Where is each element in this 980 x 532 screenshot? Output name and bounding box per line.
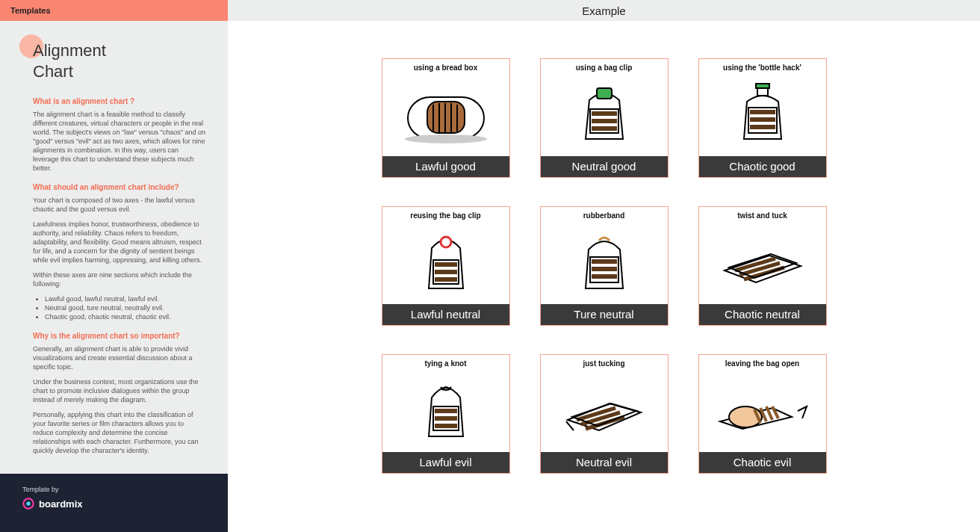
cell-label: Chaotic good	[699, 156, 826, 177]
section-paragraph: Personally, applying this chart into the…	[33, 410, 205, 455]
cell-label: Chaotic neutral	[699, 304, 826, 325]
svg-rect-10	[597, 88, 612, 99]
cell-label: Neutral evil	[541, 452, 668, 473]
sidebar-footer: Template by boardmix	[0, 474, 228, 532]
cell-label: Ture neutral	[541, 304, 668, 325]
main-header: Example	[228, 0, 980, 21]
section-paragraph: Lawfulness implies honor, trustworthines…	[33, 220, 205, 265]
cell-lawful-evil: tying a knot Lawful evil	[382, 354, 510, 474]
cell-caption: rubberband	[541, 207, 668, 221]
section-paragraph: Under the business context, most organiz…	[33, 377, 205, 404]
boardmix-logo-icon	[22, 498, 34, 510]
cell-caption: just tucking	[541, 355, 668, 369]
cell-label: Lawful neutral	[382, 304, 509, 325]
page-title: Alignment Chart	[33, 40, 205, 82]
cell-chaotic-neutral: twist and tuck Chaotic ne	[698, 206, 827, 326]
section-include: What should an alignment chart include? …	[33, 183, 205, 321]
svg-point-3	[405, 134, 487, 143]
section-why: Why is the alignment chart so important?…	[33, 332, 205, 455]
section-heading: What should an alignment chart include?	[33, 183, 205, 191]
canvas: using a bread box	[228, 21, 980, 532]
title-line-1: Alignment	[33, 41, 106, 60]
cell-lawful-good: using a bread box	[382, 58, 510, 178]
bag-clip-icon	[541, 73, 668, 156]
cell-caption: tying a knot	[382, 355, 509, 369]
title-line-2: Chart	[33, 62, 73, 81]
cell-label: Lawful evil	[382, 452, 509, 473]
brand[interactable]: boardmix	[22, 498, 228, 510]
page: Templates Alignment Chart What is an ali…	[0, 0, 980, 532]
cell-chaotic-good: using the 'bottle hack' Chaotic good	[698, 58, 827, 178]
cell-label: Neutral good	[541, 156, 668, 177]
main-header-title: Example	[582, 4, 625, 17]
cell-chaotic-evil: leaving the bag open	[698, 354, 827, 474]
main: Example using a bread box	[228, 0, 980, 532]
twist-tuck-icon	[699, 221, 826, 304]
cell-neutral-evil: just tucking	[540, 354, 669, 474]
knot-icon	[382, 369, 509, 452]
bottle-hack-icon	[699, 73, 826, 156]
cell-true-neutral: rubberband Ture neutral	[540, 206, 669, 326]
list-item: Lawful good, lawful neutral, lawful evil…	[45, 294, 205, 303]
footer-label: Template by	[22, 486, 228, 493]
bread-box-icon	[382, 73, 509, 156]
rubberband-icon	[541, 221, 668, 304]
templates-tab[interactable]: Templates	[0, 0, 228, 21]
bag-open-icon	[699, 369, 826, 452]
section-heading: What is an alignment chart ?	[33, 97, 205, 105]
cell-lawful-neutral: reusing the bag clip Lawful neutral	[382, 206, 510, 326]
alignment-grid: using a bread box	[382, 58, 827, 532]
section-what-is: What is an alignment chart ? The alignme…	[33, 97, 205, 173]
section-heading: Why is the alignment chart so important?	[33, 332, 205, 340]
cell-caption: using a bag clip	[541, 59, 668, 73]
cell-caption: reusing the bag clip	[382, 207, 509, 221]
sidebar-body: Alignment Chart What is an alignment cha…	[0, 21, 228, 474]
brand-name: boardmix	[39, 498, 83, 510]
svg-point-1	[26, 501, 30, 505]
cell-caption: using the 'bottle hack'	[699, 59, 826, 73]
list-item: Chaotic good, chaotic neutral, chaotic e…	[45, 312, 205, 321]
section-paragraph: Generally, an alignment chart is able to…	[33, 344, 205, 371]
section-bullet-list: Lawful good, lawful neutral, lawful evil…	[33, 294, 205, 321]
cell-label: Chaotic evil	[699, 452, 826, 473]
svg-rect-16	[756, 84, 769, 88]
svg-point-21	[441, 237, 451, 247]
templates-tab-label: Templates	[10, 6, 51, 15]
cell-caption: using a bread box	[382, 59, 509, 73]
cell-caption: twist and tuck	[699, 207, 826, 221]
section-paragraph: Your chart is composed of two axes - the…	[33, 196, 205, 214]
reuse-clip-icon	[382, 221, 509, 304]
cell-neutral-good: using a bag clip Neutral good	[540, 58, 669, 178]
list-item: Neutral good, ture neutral, neutrally ev…	[45, 303, 205, 312]
section-paragraph: Within these axes are nine sections whic…	[33, 270, 205, 288]
just-tucking-icon	[541, 369, 668, 452]
section-paragraph: The alignment chart is a feasible method…	[33, 110, 205, 173]
cell-label: Lawful good	[382, 156, 509, 177]
sidebar: Templates Alignment Chart What is an ali…	[0, 0, 228, 532]
cell-caption: leaving the bag open	[699, 355, 826, 369]
